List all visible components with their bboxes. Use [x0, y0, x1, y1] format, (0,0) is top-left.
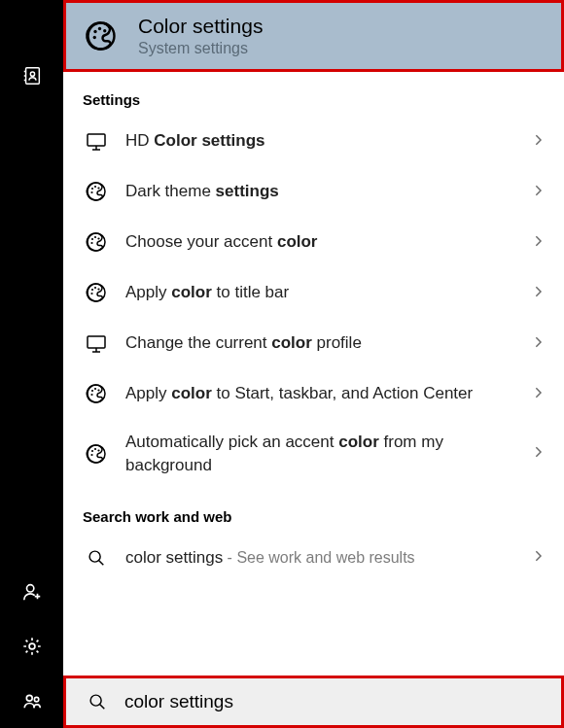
web-result-label: color settings - See work and web result… — [125, 546, 515, 570]
settings-result[interactable]: Automatically pick an accent color from … — [63, 419, 564, 489]
search-icon — [83, 544, 110, 572]
chevron-right-icon — [531, 334, 548, 353]
chevron-right-icon — [531, 132, 548, 151]
settings-result[interactable]: Choose your accent color — [63, 217, 564, 267]
palette-icon — [82, 17, 121, 55]
chevron-right-icon — [531, 548, 548, 567]
best-match-subtitle: System settings — [138, 40, 263, 57]
best-match-title: Color settings — [138, 15, 263, 38]
result-label: Automatically pick an accent color from … — [125, 431, 515, 477]
result-label: Apply color to title bar — [125, 281, 515, 304]
contacts-icon[interactable] — [0, 49, 63, 103]
chevron-right-icon — [531, 183, 548, 201]
settings-result[interactable]: Apply color to Start, taskbar, and Actio… — [63, 368, 564, 419]
section-settings-header: Settings — [63, 72, 564, 116]
section-web-header: Search work and web — [63, 489, 564, 533]
search-icon — [86, 690, 109, 713]
monitor-icon — [83, 329, 110, 357]
chevron-right-icon — [531, 385, 548, 403]
person-add-icon[interactable] — [0, 565, 63, 619]
settings-result[interactable]: Change the current color profile — [63, 318, 564, 368]
web-search-result[interactable]: color settings - See work and web result… — [63, 533, 564, 583]
result-label: Choose your accent color — [125, 230, 515, 254]
chevron-right-icon — [531, 233, 548, 252]
settings-result[interactable]: Dark theme settings — [63, 166, 564, 217]
search-results-panel: Color settings System settings Settings … — [63, 0, 564, 728]
result-label: Change the current color profile — [125, 331, 515, 355]
settings-result[interactable]: HD Color settings — [63, 116, 564, 166]
monitor-icon — [83, 127, 110, 155]
palette-icon — [83, 440, 110, 468]
result-label: Apply color to Start, taskbar, and Actio… — [125, 382, 515, 405]
settings-gear-icon[interactable] — [0, 619, 63, 674]
search-input[interactable] — [124, 691, 546, 712]
start-rail — [0, 0, 63, 728]
best-match-result[interactable]: Color settings System settings — [63, 0, 564, 72]
palette-icon — [83, 228, 110, 256]
result-label: Dark theme settings — [125, 180, 515, 203]
chevron-right-icon — [531, 444, 548, 463]
palette-icon — [83, 279, 110, 306]
palette-icon — [83, 380, 110, 407]
settings-result[interactable]: Apply color to title bar — [63, 267, 564, 318]
result-label: HD Color settings — [125, 129, 515, 153]
search-input-row[interactable] — [63, 676, 564, 728]
people-icon[interactable] — [0, 674, 63, 728]
palette-icon — [83, 178, 110, 205]
chevron-right-icon — [531, 284, 548, 302]
